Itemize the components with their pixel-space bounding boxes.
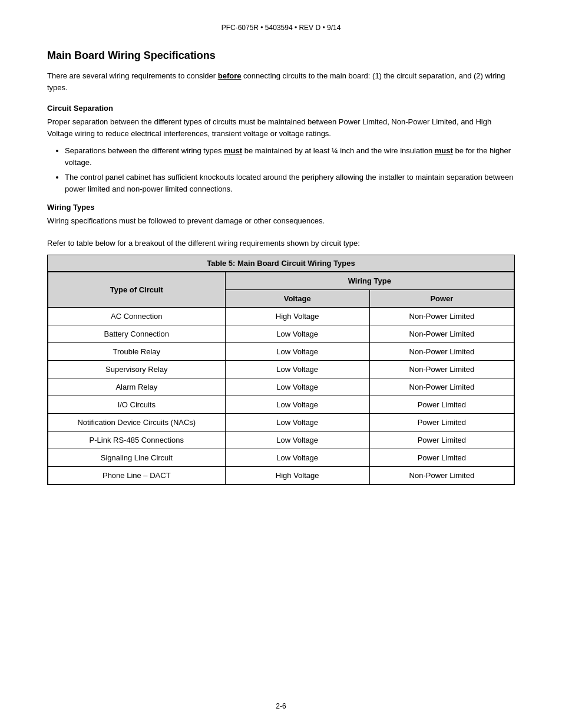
cell-voltage: Low Voltage bbox=[225, 325, 369, 343]
cell-power: Non-Power Limited bbox=[369, 343, 514, 361]
subsection1-title: Circuit Separation bbox=[47, 104, 515, 113]
cell-power: Non-Power Limited bbox=[369, 467, 514, 485]
cell-type: Battery Connection bbox=[48, 325, 226, 343]
cell-type: Phone Line – DACT bbox=[48, 467, 226, 485]
wiring-table: Type of Circuit Wiring Type Voltage Powe… bbox=[48, 272, 514, 485]
col-header-power: Power bbox=[369, 290, 514, 308]
must-2: must bbox=[435, 146, 453, 155]
cell-power: Power Limited bbox=[369, 449, 514, 467]
cell-voltage: Low Voltage bbox=[225, 431, 369, 449]
table-row: Alarm RelayLow VoltageNon-Power Limited bbox=[48, 378, 514, 396]
cell-type: Trouble Relay bbox=[48, 343, 226, 361]
cell-type: Alarm Relay bbox=[48, 378, 226, 396]
cell-power: Non-Power Limited bbox=[369, 308, 514, 325]
cell-power: Non-Power Limited bbox=[369, 325, 514, 343]
table-row: I/O CircuitsLow VoltagePower Limited bbox=[48, 396, 514, 414]
cell-type: Supervisory Relay bbox=[48, 361, 226, 378]
subsection2-title: Wiring Types bbox=[47, 203, 515, 212]
cell-type: P-Link RS-485 Connections bbox=[48, 431, 226, 449]
table-row: Trouble RelayLow VoltageNon-Power Limite… bbox=[48, 343, 514, 361]
cell-power: Power Limited bbox=[369, 396, 514, 414]
cell-voltage: Low Voltage bbox=[225, 378, 369, 396]
col-header-voltage: Voltage bbox=[225, 290, 369, 308]
subsection2-body: Wiring specifications must be followed t… bbox=[47, 215, 515, 227]
cell-type: I/O Circuits bbox=[48, 396, 226, 414]
cell-power: Non-Power Limited bbox=[369, 378, 514, 396]
cell-power: Power Limited bbox=[369, 431, 514, 449]
footer-text: 2-6 bbox=[276, 702, 286, 710]
table-row: Supervisory RelayLow VoltageNon-Power Li… bbox=[48, 361, 514, 378]
table-row: AC ConnectionHigh VoltageNon-Power Limit… bbox=[48, 308, 514, 325]
cell-power: Non-Power Limited bbox=[369, 361, 514, 378]
bullet-list: Separations between the different wiring… bbox=[65, 145, 515, 195]
bullet-item-1: Separations between the different wiring… bbox=[65, 145, 515, 168]
col-header-type: Type of Circuit bbox=[48, 272, 226, 308]
cell-voltage: Low Voltage bbox=[225, 414, 369, 431]
table-row: Signaling Line CircuitLow VoltagePower L… bbox=[48, 449, 514, 467]
table-row: P-Link RS-485 ConnectionsLow VoltagePowe… bbox=[48, 431, 514, 449]
subsection1-body: Proper separation between the different … bbox=[47, 116, 515, 139]
cell-voltage: Low Voltage bbox=[225, 361, 369, 378]
section-title: Main Board Wiring Specifications bbox=[47, 50, 515, 62]
header-text: PFC-6075R • 5403594 • REV D • 9/14 bbox=[222, 24, 341, 32]
cell-voltage: High Voltage bbox=[225, 467, 369, 485]
cell-voltage: Low Voltage bbox=[225, 396, 369, 414]
cell-power: Power Limited bbox=[369, 414, 514, 431]
cell-voltage: Low Voltage bbox=[225, 449, 369, 467]
before-underline: before bbox=[218, 71, 242, 80]
page: PFC-6075R • 5403594 • REV D • 9/14 Main … bbox=[0, 0, 562, 728]
cell-type: Notification Device Circuits (NACs) bbox=[48, 414, 226, 431]
table-row: Battery ConnectionLow VoltageNon-Power L… bbox=[48, 325, 514, 343]
cell-voltage: Low Voltage bbox=[225, 343, 369, 361]
wiring-table-container: Table 5: Main Board Circuit Wiring Types… bbox=[47, 255, 515, 485]
page-footer: 2-6 bbox=[0, 702, 562, 710]
cell-voltage: High Voltage bbox=[225, 308, 369, 325]
table-intro: Refer to table below for a breakout of t… bbox=[47, 238, 515, 249]
table-title: Table 5: Main Board Circuit Wiring Types bbox=[48, 255, 514, 272]
cell-type: AC Connection bbox=[48, 308, 226, 325]
page-header: PFC-6075R • 5403594 • REV D • 9/14 bbox=[47, 24, 515, 32]
table-row: Phone Line – DACTHigh VoltageNon-Power L… bbox=[48, 467, 514, 485]
intro-paragraph: There are several wiring requirements to… bbox=[47, 70, 515, 93]
bullet-item-2: The control panel cabinet has sufficient… bbox=[65, 172, 515, 195]
must-1: must bbox=[224, 146, 242, 155]
wiring-type-header: Wiring Type bbox=[225, 272, 514, 290]
cell-type: Signaling Line Circuit bbox=[48, 449, 226, 467]
table-row: Notification Device Circuits (NACs)Low V… bbox=[48, 414, 514, 431]
